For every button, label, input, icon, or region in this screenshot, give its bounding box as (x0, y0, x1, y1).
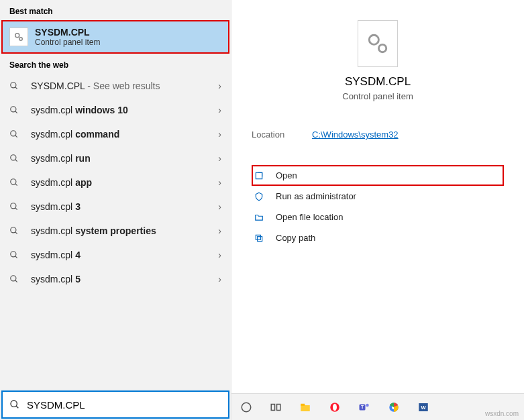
action-open-location[interactable]: Open file location (252, 207, 504, 227)
result-text: sysdm.cpl system properties (31, 225, 218, 236)
result-text: sysdm.cpl 4 (31, 250, 218, 260)
opera-icon[interactable] (325, 398, 344, 417)
svg-line-19 (15, 280, 17, 282)
action-loc-label: Open file location (276, 212, 343, 222)
shield-icon (254, 192, 266, 201)
search-input[interactable] (27, 399, 221, 411)
svg-line-5 (15, 111, 17, 113)
svg-line-15 (15, 232, 17, 234)
search-icon (9, 202, 23, 211)
copy-icon (254, 233, 266, 243)
open-icon (254, 171, 266, 180)
result-row[interactable]: sysdm.cpl command› (0, 122, 231, 146)
svg-line-9 (15, 160, 17, 162)
svg-rect-31 (301, 403, 305, 405)
best-match-item[interactable]: SYSDM.CPL Control panel item (1, 20, 229, 54)
result-text: sysdm.cpl 3 (31, 201, 218, 212)
result-row[interactable]: sysdm.cpl 5› (0, 267, 231, 291)
chevron-right-icon: › (218, 105, 221, 115)
svg-rect-26 (256, 235, 260, 240)
chrome-icon[interactable] (384, 398, 403, 417)
result-text: sysdm.cpl windows 10 (31, 105, 218, 115)
svg-point-16 (11, 252, 16, 257)
svg-point-27 (242, 403, 251, 412)
svg-point-20 (11, 401, 17, 407)
search-icon (9, 105, 23, 115)
result-row[interactable]: SYSDM.CPL - See web results› (0, 74, 231, 98)
search-icon (9, 154, 23, 163)
search-icon (9, 129, 23, 139)
svg-rect-30 (301, 405, 310, 411)
preview-sub: Control panel item (252, 91, 504, 101)
taskview-icon[interactable] (266, 398, 285, 417)
search-web-label: Search the web (0, 54, 231, 74)
svg-text:W: W (421, 405, 426, 411)
result-row[interactable]: sysdm.cpl system properties› (0, 219, 231, 243)
svg-line-11 (15, 184, 17, 186)
svg-line-3 (15, 87, 17, 89)
location-link[interactable]: C:\Windows\system32 (312, 129, 399, 140)
teams-icon[interactable]: T (355, 398, 374, 417)
svg-rect-28 (271, 404, 274, 410)
search-icon (9, 274, 23, 284)
preview-pane: SYSDM.CPL Control panel item (252, 13, 504, 115)
svg-point-33 (333, 403, 337, 411)
result-row[interactable]: sysdm.cpl run› (0, 146, 231, 170)
folder-icon (254, 213, 266, 222)
chevron-right-icon: › (218, 274, 221, 284)
chevron-right-icon: › (218, 177, 221, 188)
word-icon[interactable]: W (414, 398, 433, 417)
explorer-icon[interactable] (296, 398, 315, 417)
search-icon (9, 178, 23, 187)
chevron-right-icon: › (218, 81, 221, 91)
svg-rect-29 (277, 404, 280, 410)
action-copy-label: Copy path (276, 233, 315, 243)
action-copy-path[interactable]: Copy path (252, 227, 504, 248)
svg-point-0 (15, 34, 19, 38)
svg-point-1 (19, 38, 23, 41)
result-text: SYSDM.CPL - See web results (31, 81, 218, 91)
chevron-right-icon: › (218, 153, 221, 164)
action-open[interactable]: Open (252, 165, 504, 186)
search-icon (9, 250, 23, 260)
search-bar[interactable] (1, 390, 229, 419)
best-match-sub: Control panel item (35, 38, 100, 47)
action-run-admin[interactable]: Run as administrator (252, 186, 504, 207)
svg-point-18 (11, 276, 16, 281)
best-match-label: Best match (0, 0, 231, 20)
action-admin-label: Run as administrator (276, 191, 356, 201)
result-text: sysdm.cpl run (31, 153, 218, 164)
chevron-right-icon: › (218, 201, 221, 212)
svg-point-12 (11, 203, 16, 209)
svg-line-17 (15, 256, 17, 258)
svg-point-22 (369, 35, 378, 44)
search-icon (9, 226, 23, 235)
search-icon (9, 81, 23, 91)
preview-title: SYSDM.CPL (252, 75, 504, 89)
svg-line-13 (15, 208, 17, 210)
chevron-right-icon: › (218, 129, 221, 140)
result-text: sysdm.cpl app (31, 177, 218, 188)
svg-point-23 (378, 44, 386, 52)
results-list: SYSDM.CPL - See web results›sysdm.cpl wi… (0, 74, 231, 389)
result-row[interactable]: sysdm.cpl 4› (0, 243, 231, 267)
chevron-right-icon: › (218, 250, 221, 260)
svg-rect-25 (258, 236, 262, 241)
svg-point-6 (11, 131, 16, 136)
svg-line-21 (16, 406, 18, 408)
action-open-label: Open (276, 170, 297, 180)
result-row[interactable]: sysdm.cpl 3› (0, 195, 231, 219)
result-row[interactable]: sysdm.cpl windows 10› (0, 98, 231, 122)
cpl-icon (9, 28, 28, 46)
cortana-icon[interactable] (237, 398, 256, 417)
preview-cpl-icon (358, 20, 398, 67)
result-text: sysdm.cpl 5 (31, 274, 218, 284)
result-row[interactable]: sysdm.cpl app› (0, 170, 231, 195)
location-row: Location C:\Windows\system32 (252, 115, 504, 152)
svg-rect-24 (256, 172, 262, 178)
svg-point-2 (11, 83, 16, 88)
svg-line-7 (15, 136, 17, 138)
chevron-right-icon: › (218, 225, 221, 236)
result-text: sysdm.cpl command (31, 129, 218, 140)
svg-point-36 (366, 403, 369, 407)
